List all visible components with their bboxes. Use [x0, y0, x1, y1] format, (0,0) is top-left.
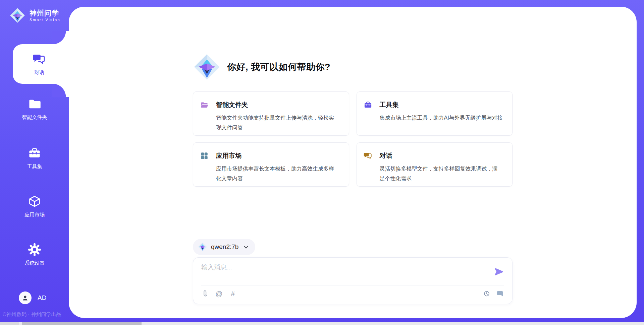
sidebar-item-label: 对话 [34, 69, 44, 76]
sidebar-item-label: 应用市场 [24, 212, 45, 218]
message-composer: @ # [193, 257, 513, 304]
send-icon [494, 267, 504, 277]
content-column: 你好, 我可以如何帮助你? 智能文件夹 智能文件夹功能支持批量文件上传与清洗，轻… [193, 7, 513, 318]
card-description: 应用市场提供丰富长文本模板，助力高效生成多样化文章内容 [216, 164, 339, 183]
composer-tools-right [482, 289, 504, 298]
card-description: 智能文件夹功能支持批量文件上传与清洗，轻松实现文件问答 [216, 113, 339, 132]
brand-text: 神州问学 Smart Vision [30, 9, 60, 22]
user-profile[interactable]: AD [19, 291, 46, 304]
message-input[interactable] [201, 263, 470, 282]
brand-logo: 神州问学 Smart Vision [9, 7, 60, 23]
composer-tools-left: @ # [201, 289, 237, 298]
brand-subtitle: Smart Vision [30, 18, 60, 22]
feature-cards: 智能文件夹 智能文件夹功能支持批量文件上传与清洗，轻松实现文件问答 工具集 集成… [193, 91, 513, 187]
feedback-button[interactable] [496, 289, 504, 298]
gear-icon [28, 243, 41, 256]
greeting-text: 你好, 我可以如何帮助你? [227, 61, 330, 73]
card-description: 灵活切换多模型文件，支持多样回复效果调试，满足个性化需求 [380, 164, 503, 183]
card-title: 智能文件夹 [216, 101, 248, 109]
hashtag-button[interactable]: # [229, 289, 237, 298]
composer-toolbar: @ # [201, 289, 504, 298]
chevron-down-icon [244, 245, 249, 250]
sidebar-item-chat[interactable]: 对话 [13, 44, 69, 84]
folder-icon [28, 97, 41, 111]
sidebar-item-toolset[interactable]: 工具集 [0, 146, 69, 170]
sidebar-item-label: 系统设置 [24, 260, 45, 266]
card-head: 应用市场 [200, 151, 339, 160]
horizontal-scrollbar [0, 322, 644, 325]
history-icon [483, 290, 490, 298]
card-chat[interactable]: 对话 灵活切换多模型文件，支持多样回复效果调试，满足个性化需求 [357, 142, 513, 187]
sidebar-item-label: 智能文件夹 [22, 114, 47, 121]
main-panel: 你好, 我可以如何帮助你? 智能文件夹 智能文件夹功能支持批量文件上传与清洗，轻… [69, 7, 637, 318]
chat-bubble-icon [496, 290, 504, 298]
send-button[interactable] [493, 266, 504, 277]
attach-file-button[interactable] [201, 289, 209, 298]
card-title: 对话 [380, 151, 392, 160]
card-description: 集成市场上主流工具，助力AI与外界无缝扩展与对接 [380, 113, 503, 123]
mention-button[interactable]: @ [215, 289, 223, 298]
user-name: AD [38, 294, 46, 302]
composer-divider [201, 285, 504, 285]
toolbox-icon [28, 146, 41, 160]
cube-icon [28, 195, 41, 208]
card-head: 工具集 [364, 101, 503, 109]
card-app-market[interactable]: 应用市场 应用市场提供丰富长文本模板，助力高效生成多样化文章内容 [193, 142, 349, 187]
sidebar-item-label: 工具集 [27, 164, 42, 170]
person-icon [21, 294, 29, 302]
scrollbar-thumb[interactable] [22, 322, 142, 325]
avatar [19, 291, 32, 304]
greeting-block: 你好, 我可以如何帮助你? [193, 53, 330, 81]
card-title: 工具集 [380, 101, 399, 109]
hash-icon: # [231, 290, 235, 297]
sidebar-item-settings[interactable]: 系统设置 [0, 243, 69, 266]
card-title: 应用市场 [216, 151, 241, 160]
history-button[interactable] [482, 289, 490, 298]
paperclip-icon [202, 290, 209, 298]
brand-name: 神州问学 [30, 9, 60, 17]
toolbox-icon [364, 101, 372, 109]
sidebar-item-app-market[interactable]: 应用市场 [0, 195, 69, 218]
apps-icon [200, 151, 209, 160]
tab-curve-top [52, 31, 69, 45]
greeting-logo-icon [193, 53, 221, 81]
chat-icon [33, 53, 46, 66]
card-head: 智能文件夹 [200, 101, 339, 109]
folder-open-icon [200, 101, 209, 109]
sidebar-item-smart-folder[interactable]: 智能文件夹 [0, 97, 69, 121]
chat-icon [364, 151, 372, 160]
copyright-footer: ©神州数码 · 神州问学出品 [3, 311, 70, 318]
scrollbar-corner [0, 322, 19, 325]
card-smart-folder[interactable]: 智能文件夹 智能文件夹功能支持批量文件上传与清洗，轻松实现文件问答 [193, 91, 349, 136]
at-icon: @ [215, 290, 222, 297]
card-head: 对话 [364, 151, 503, 160]
model-selector-row: qwen2:7b [193, 239, 255, 255]
model-logo-icon [198, 242, 207, 252]
model-name: qwen2:7b [211, 243, 238, 251]
tab-curve-bottom [52, 83, 69, 97]
app-logo-icon [9, 7, 25, 23]
model-selector[interactable]: qwen2:7b [193, 239, 255, 255]
card-toolset[interactable]: 工具集 集成市场上主流工具，助力AI与外界无缝扩展与对接 [357, 91, 513, 136]
